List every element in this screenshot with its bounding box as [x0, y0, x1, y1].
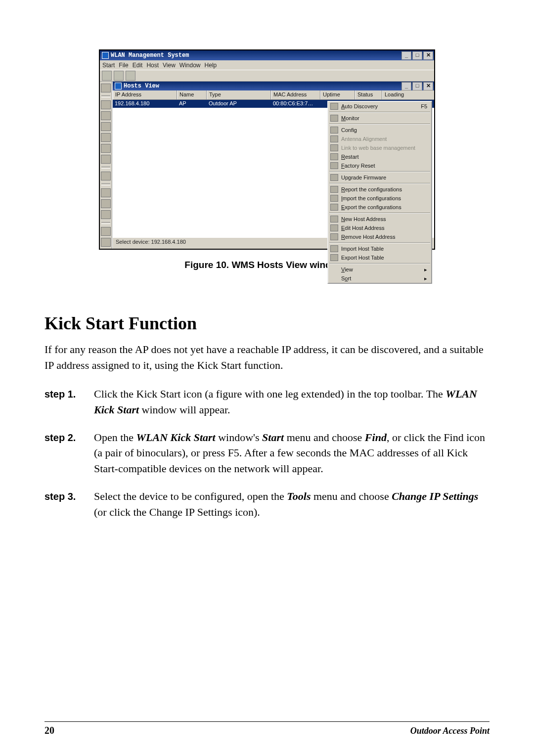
step-body: Open the WLAN Kick Start window's Start … [94, 430, 490, 477]
remove-host-icon [330, 233, 338, 240]
ctx-label: Monitor [341, 115, 359, 121]
upgrade-icon[interactable] [101, 172, 111, 180]
col-type[interactable]: Type [207, 90, 271, 99]
cell-type: Outdoor AP [207, 100, 271, 108]
step-label: step 2. [44, 432, 94, 444]
web-link-icon[interactable] [101, 133, 111, 142]
steps-list: step 1. Click the Kick Start icon (a fig… [44, 386, 490, 532]
doc-title: Outdoor Access Point [410, 726, 490, 736]
close-button[interactable]: ✕ [423, 51, 433, 60]
ctx-report-config[interactable]: Report the configurations [328, 185, 431, 194]
ctx-import-config[interactable]: Import the configurations [328, 194, 431, 203]
import-table-icon[interactable] [101, 227, 111, 236]
separator [101, 222, 110, 224]
inner-minimize-button[interactable]: _ [401, 82, 411, 90]
outer-window: WLAN Management System _ □ ✕ Start File … [99, 49, 435, 250]
app-icon [115, 83, 122, 89]
inner-close-button[interactable]: ✕ [423, 82, 433, 90]
ctx-upgrade-firmware[interactable]: Upgrade Firmware [328, 173, 431, 182]
ctx-shortcut: F5 [421, 103, 427, 109]
edit-host-icon[interactable] [101, 199, 111, 208]
ctx-restart[interactable]: Restart [328, 152, 431, 161]
factory-reset-icon [330, 162, 338, 169]
inner-window-title: Hosts View [124, 83, 159, 89]
ctx-new-host[interactable]: New Host Address [328, 215, 431, 223]
separator [329, 263, 430, 264]
monitor-icon[interactable] [101, 100, 111, 109]
ctx-export-host-table[interactable]: Export Host Table [328, 253, 431, 262]
export-table-icon[interactable] [101, 238, 111, 247]
ctx-edit-host[interactable]: Edit Host Address [328, 223, 431, 232]
separator [329, 183, 430, 184]
figure-wms-hosts-view: WLAN Management System _ □ ✕ Start File … [99, 49, 435, 250]
ctx-auto-discovery[interactable]: Auto Discovery F5 [328, 102, 431, 111]
separator [101, 95, 110, 97]
ctx-label: Import the configurations [341, 195, 401, 201]
binoculars-icon[interactable] [102, 71, 112, 81]
step-item: step 2. Open the WLAN Kick Start window'… [44, 430, 490, 477]
menubar: Start File Edit Host View Window Help [100, 60, 434, 70]
ctx-label: Config [341, 127, 357, 133]
menu-host[interactable]: Host [146, 62, 159, 69]
step-body: Select the device to be configured, open… [94, 489, 490, 520]
ctx-remove-host[interactable]: Remove Host Address [328, 232, 431, 241]
ctx-factory-reset[interactable]: Factory Reset [328, 161, 431, 170]
kick-start-icon[interactable] [126, 71, 135, 81]
col-loading[interactable]: Loading [382, 90, 434, 99]
step-body: Click the Kick Start icon (a figure with… [94, 386, 490, 418]
toolbar-side [100, 82, 112, 249]
ctx-label: Edit Host Address [341, 225, 384, 231]
cell-ip: 192.168.4.180 [113, 100, 177, 108]
page-number: 20 [44, 725, 54, 736]
col-name[interactable]: Name [177, 90, 207, 99]
submenu-arrow-icon: ▸ [424, 267, 427, 273]
export-cfg-icon [330, 204, 338, 211]
cell-mac: 00:80:C6:E3:7… [271, 100, 320, 108]
menu-view[interactable]: View [163, 62, 176, 69]
maximize-button[interactable]: □ [412, 51, 422, 60]
restart-icon[interactable] [101, 144, 111, 153]
import-cfg-icon [330, 195, 338, 202]
ctx-label: Link to web base management [341, 145, 415, 151]
config-icon[interactable] [101, 111, 111, 120]
menu-start[interactable]: Start [102, 62, 115, 69]
ctx-view-submenu[interactable]: View ▸ [328, 265, 431, 274]
ctx-label: Factory Reset [341, 163, 375, 169]
section-heading: Kick Start Function [44, 313, 490, 334]
ctx-sort-submenu[interactable]: Sort ▸ [328, 274, 431, 283]
new-host-icon[interactable] [101, 188, 111, 197]
app-icon [102, 52, 109, 59]
col-uptime[interactable]: Uptime [320, 90, 355, 99]
menu-window[interactable]: Window [179, 62, 201, 69]
separator [329, 124, 430, 125]
menu-file[interactable]: File [119, 62, 128, 69]
web-link-icon [330, 144, 338, 151]
data-area: 192.168.4.180 AP Outdoor AP 00:80:C6:E3:… [113, 100, 434, 237]
separator [329, 213, 430, 214]
inner-maximize-button[interactable]: □ [412, 82, 422, 90]
ctx-label: Export Host Table [341, 255, 384, 261]
minimize-button[interactable]: _ [401, 51, 411, 60]
ctx-import-host-table[interactable]: Import Host Table [328, 244, 431, 253]
ctx-export-config[interactable]: Export the configurations [328, 203, 431, 212]
outer-window-titlebar: WLAN Management System _ □ ✕ [100, 50, 434, 60]
edit-host-icon [330, 224, 338, 231]
menu-edit[interactable]: Edit [133, 62, 143, 69]
ctx-config[interactable]: Config [328, 126, 431, 134]
antenna-icon[interactable] [101, 122, 111, 131]
new-host-icon [330, 216, 338, 222]
remove-host-icon[interactable] [101, 210, 111, 219]
house-icon[interactable] [114, 71, 124, 81]
ctx-monitor[interactable]: Monitor [328, 114, 431, 123]
col-status[interactable]: Status [355, 90, 382, 99]
col-ip[interactable]: IP Address [113, 90, 177, 99]
column-headers: IP Address Name Type MAC Address Uptime … [113, 90, 434, 100]
menu-help[interactable]: Help [205, 62, 217, 69]
ctx-label: Auto Discovery [341, 103, 378, 109]
col-mac[interactable]: MAC Address [271, 90, 320, 99]
find-icon[interactable] [101, 84, 111, 92]
factory-reset-icon[interactable] [101, 155, 111, 164]
inner-window-titlebar: Hosts View _ □ ✕ [113, 82, 434, 90]
page-footer: 20 Outdoor Access Point [44, 721, 490, 736]
report-icon [330, 186, 338, 193]
